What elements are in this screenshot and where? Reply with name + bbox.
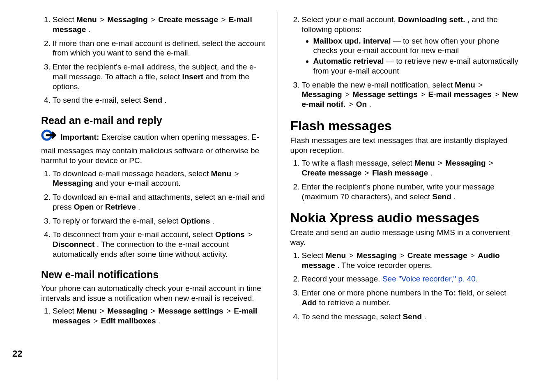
- menu-path-item: Messaging: [302, 90, 342, 99]
- list-item: To send the e-mail, select Send .: [53, 95, 269, 105]
- heading-flash-messages: Flash messages: [290, 118, 519, 134]
- important-icon: [41, 129, 58, 146]
- bold-term: Insert: [182, 72, 203, 81]
- list-item: To disconnect from your e-mail account, …: [53, 230, 269, 259]
- manual-page: 22 Select Menu > Messaging > Create mess…: [0, 0, 543, 392]
- separator: >: [365, 168, 371, 177]
- separator: >: [345, 90, 352, 99]
- separator: >: [100, 15, 106, 24]
- bullet-list: Mailbox upd. interval — to set how often…: [302, 36, 519, 76]
- separator: >: [234, 169, 239, 178]
- text: Select: [53, 307, 76, 315]
- separator: >: [226, 307, 233, 315]
- text: field, or select: [458, 288, 506, 297]
- ordered-list-notif-cont: Select your e-mail account, Downloading …: [290, 15, 519, 109]
- xpress-intro: Create and send an audio message using M…: [290, 228, 519, 247]
- separator: >: [495, 90, 501, 99]
- separator: >: [400, 251, 406, 260]
- text: To send the message, select: [302, 312, 403, 321]
- menu-path-item: Menu: [414, 159, 435, 167]
- separator: >: [151, 15, 157, 24]
- bold-term: Retrieve: [105, 203, 136, 211]
- heading-read-reply: Read an e-mail and reply: [41, 114, 269, 127]
- list-item: Select your e-mail account, Downloading …: [302, 15, 519, 76]
- list-item: To reply or forward the e-mail, select O…: [53, 216, 269, 226]
- list-item: Enter one or more phone numbers in the T…: [302, 288, 519, 308]
- text: To disconnect from your e-mail account, …: [53, 230, 215, 239]
- text: and your e-mail account.: [95, 179, 180, 187]
- menu-path-item: Options: [215, 230, 245, 239]
- text: .: [453, 192, 456, 201]
- separator: >: [478, 81, 483, 89]
- text: to retrieve a number.: [319, 298, 391, 307]
- text: . The voice recorder opens.: [337, 261, 432, 270]
- bold-term: Send: [403, 312, 422, 321]
- separator: >: [421, 90, 427, 99]
- text: To send the e-mail, select: [53, 96, 143, 104]
- menu-path-item: On: [356, 100, 367, 108]
- separator: >: [221, 15, 228, 24]
- ordered-list-read-email: To download e-mail message headers, sele…: [41, 169, 269, 259]
- bold-term: Downloading sett.: [398, 15, 465, 24]
- page-number: 22: [12, 348, 22, 360]
- voice-recorder-link[interactable]: See "Voice recorder," p. 40.: [382, 274, 478, 283]
- ordered-list-send-email: Select Menu > Messaging > Create message…: [41, 15, 269, 105]
- menu-path-item: Create message: [302, 168, 362, 177]
- list-item: Record your message. See "Voice recorder…: [302, 274, 519, 284]
- text: Select: [302, 251, 326, 260]
- text: Enter one or more phone numbers in the: [302, 288, 444, 297]
- menu-path-item: Menu: [455, 81, 475, 89]
- list-item: To enable the new e-mail notification, s…: [302, 80, 519, 109]
- left-column: Select Menu > Messaging > Create message…: [12, 12, 278, 380]
- text: Select: [53, 15, 76, 24]
- text: .: [369, 100, 371, 108]
- separator: >: [438, 159, 444, 167]
- list-item: Select Menu > Messaging > Create message…: [53, 15, 269, 35]
- text: .: [212, 217, 214, 225]
- separator: >: [100, 307, 106, 315]
- menu-path-item: Edit mailboxes: [101, 316, 156, 325]
- menu-path-item: Messaging: [445, 159, 485, 167]
- menu-path-item: Menu: [76, 307, 97, 315]
- right-column: Select your e-mail account, Downloading …: [278, 12, 527, 380]
- bold-term: Mailbox upd. interval: [313, 37, 393, 45]
- heading-xpress-audio: Nokia Xpress audio messages: [290, 210, 519, 226]
- bold-term: Send: [143, 96, 162, 104]
- list-item: Enter the recipient's e-mail address, th…: [53, 62, 269, 91]
- text: To enable the new e-mail notification, s…: [302, 81, 455, 89]
- bold-term: Options: [181, 217, 210, 225]
- separator: >: [470, 251, 477, 260]
- bold-term: Open: [74, 203, 94, 211]
- list-item: To write a flash message, select Menu > …: [302, 158, 519, 178]
- text: .: [158, 316, 160, 325]
- menu-path-item: Menu: [326, 251, 346, 260]
- text: To reply or forward the e-mail, select: [53, 217, 181, 225]
- menu-path-item: Messaging: [107, 307, 147, 315]
- list-item: If more than one e-mail account is defin…: [53, 39, 269, 58]
- menu-path-item: Messaging: [107, 15, 147, 24]
- text: .: [88, 25, 90, 34]
- separator: >: [348, 100, 355, 108]
- menu-path-item: Message settings: [158, 307, 223, 315]
- text: Record your message.: [302, 274, 382, 283]
- menu-path-item: E-mail messages: [428, 90, 491, 99]
- separator: >: [489, 159, 493, 167]
- text: .: [164, 96, 166, 104]
- flash-intro: Flash messages are text messages that ar…: [290, 136, 519, 155]
- separator: >: [151, 307, 157, 315]
- menu-path-item: Message settings: [352, 90, 417, 99]
- important-note: Important: Exercise caution when opening…: [41, 129, 269, 165]
- ordered-list-xpress: Select Menu > Messaging > Create message…: [290, 251, 519, 322]
- list-item: Select Menu > Messaging > Message settin…: [53, 306, 269, 326]
- menu-path-item: Create message: [407, 251, 467, 260]
- menu-path-item: Menu: [76, 15, 97, 24]
- menu-path-item: Messaging: [53, 179, 93, 187]
- list-item: Select Menu > Messaging > Create message…: [302, 251, 519, 270]
- text: .: [430, 168, 432, 177]
- bold-term: To:: [444, 288, 456, 297]
- ordered-list-notif: Select Menu > Messaging > Message settin…: [41, 306, 269, 326]
- list-item: Mailbox upd. interval — to set how often…: [313, 36, 519, 56]
- bold-term: Send: [432, 192, 451, 201]
- text: To download e-mail message headers, sele…: [53, 169, 211, 178]
- menu-path-item: Menu: [211, 169, 231, 178]
